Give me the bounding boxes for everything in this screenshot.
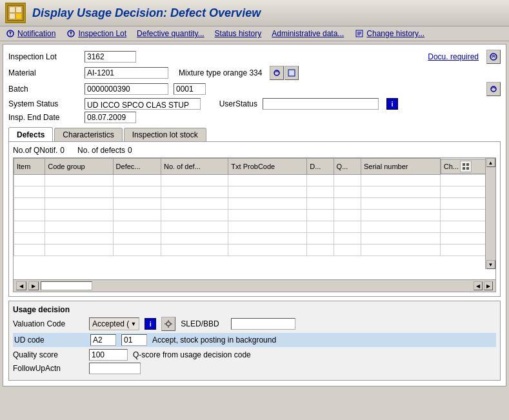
inspection-lot-row: Inspection Lot Docu. required — [8, 50, 501, 64]
system-status-row: System Status UD ICCO SPCO CLAS STUP Use… — [8, 98, 501, 110]
table-row — [14, 186, 495, 197]
quality-score-desc: Q-score from usage decision code — [133, 350, 251, 359]
quality-score-label: Quality score — [13, 350, 84, 359]
change-history-label: Change history... — [366, 29, 424, 38]
admin-data-label: Administrative data... — [272, 29, 344, 38]
material-input[interactable] — [85, 67, 168, 79]
material-desc: Mixture type orange 334 — [179, 68, 262, 77]
ud-code-row: UD code Accept, stock posting in backgro… — [13, 333, 496, 347]
usage-decision-section: Usage decision Valuation Code Accepted (… — [8, 301, 501, 381]
valuation-code-label: Valuation Code — [13, 319, 84, 328]
material-label: Material — [8, 68, 79, 77]
no-qnotif-value: 0 — [60, 146, 65, 155]
batch-input[interactable] — [85, 83, 168, 95]
tab-characteristics[interactable]: Characteristics — [54, 128, 122, 141]
change-history-icon — [354, 28, 364, 39]
dropdown-arrow-icon: ▼ — [130, 321, 136, 327]
no-qnotif-label: No.of QNotif. — [13, 146, 57, 155]
valuation-info-icon[interactable]: i — [145, 318, 156, 330]
valuation-code-select[interactable]: Accepted ( ▼ — [89, 317, 139, 330]
follow-up-actn-input[interactable] — [89, 363, 141, 374]
tab-content-defects: No.of QNotif. 0 No. of defects 0 Item Co… — [8, 141, 501, 297]
svg-rect-23 — [466, 167, 469, 170]
menu-notification[interactable]: Notification — [5, 28, 55, 39]
no-defects-item: No. of defects 0 — [77, 146, 132, 155]
h-scroll-left-btn[interactable]: ◀ — [474, 281, 483, 290]
menu-change-history[interactable]: Change history... — [354, 28, 424, 39]
insp-end-date-row: Insp. End Date — [8, 112, 501, 123]
system-status-value: UD ICCO SPCO CLAS STUP — [85, 98, 201, 110]
h-scroll-right-btn[interactable]: ▶ — [484, 281, 493, 290]
svg-point-7 — [10, 35, 11, 36]
main-content: Inspection Lot Docu. required Material M… — [3, 44, 506, 386]
grid-settings-icon[interactable] — [460, 161, 472, 172]
info-icon[interactable]: i — [386, 98, 398, 110]
inspection-lot-input[interactable] — [85, 51, 136, 63]
user-status-input[interactable] — [263, 98, 379, 110]
user-status-label: UserStatus — [206, 99, 257, 108]
table-container: Item Code group Defec... No. of def... T… — [13, 157, 496, 292]
ud-code-input[interactable] — [90, 334, 116, 346]
table-row — [14, 197, 495, 209]
scroll-down-btn[interactable]: ▼ — [486, 260, 495, 269]
svg-rect-21 — [466, 163, 469, 166]
icon-btn-top[interactable] — [486, 50, 501, 64]
batch-label: Batch — [8, 85, 79, 94]
ud-code-sub-input[interactable] — [121, 334, 147, 346]
batch-sub-input[interactable] — [174, 83, 206, 95]
defective-qty-label: Defective quantity... — [137, 29, 205, 38]
tab-defects[interactable]: Defects — [8, 127, 53, 141]
valuation-code-value: Accepted ( — [92, 319, 129, 328]
insp-end-date-input[interactable] — [85, 112, 136, 123]
ud-code-desc: Accept, stock posting in background — [152, 335, 276, 345]
valuation-settings-btn[interactable] — [161, 317, 175, 331]
svg-rect-1 — [10, 7, 15, 12]
follow-up-actn-label: FollowUpActn — [13, 364, 84, 373]
col-d: D... — [307, 159, 334, 175]
quality-score-row: Quality score Q-score from usage decisio… — [13, 349, 496, 361]
col-code-group: Code group — [45, 159, 113, 175]
icon-cluster-right — [486, 50, 501, 64]
table-row — [14, 221, 495, 232]
svg-rect-20 — [463, 163, 465, 166]
svg-point-24 — [166, 322, 170, 326]
table-row — [14, 209, 495, 221]
nav-right-btn[interactable]: ▶ — [28, 281, 39, 290]
menu-inspection-lot[interactable]: Inspection Lot — [66, 28, 126, 39]
svg-rect-22 — [463, 167, 465, 170]
nav-left-btn[interactable]: ◀ — [16, 281, 26, 290]
col-item: Item — [14, 159, 45, 175]
menu-status-history[interactable]: Status history — [215, 29, 262, 38]
inspection-lot-icon — [66, 28, 76, 39]
quality-score-input[interactable] — [89, 349, 128, 361]
col-no-def: No. of def... — [161, 159, 228, 175]
inspection-lot-label: Inspection Lot — [78, 29, 126, 38]
material-icon-btn1[interactable] — [270, 66, 284, 80]
menu-defective-qty[interactable]: Defective quantity... — [137, 29, 205, 38]
no-qnotif-item: No.of QNotif. 0 — [13, 146, 65, 155]
nav-position-bar — [41, 281, 92, 290]
sled-bbd-input[interactable] — [231, 318, 295, 330]
no-defects-label: No. of defects — [77, 146, 125, 155]
menu-bar: Notification Inspection Lot Defective qu… — [0, 26, 509, 41]
material-icon-btn2[interactable] — [284, 66, 299, 80]
col-q: Q... — [334, 159, 361, 175]
notification-icon — [5, 28, 15, 39]
form-section: Inspection Lot Docu. required Material M… — [8, 50, 501, 123]
batch-row: Batch — [8, 82, 501, 96]
scroll-up-btn[interactable]: ▲ — [486, 158, 495, 167]
defects-table: Item Code group Defec... No. of def... T… — [14, 158, 495, 256]
tab-inspection-lot-stock[interactable]: Inspection lot stock — [124, 128, 206, 141]
no-defects-value: 0 — [128, 146, 132, 155]
batch-icon-btn[interactable] — [486, 82, 501, 96]
material-row: Material Mixture type orange 334 — [8, 66, 501, 80]
status-history-label: Status history — [215, 29, 262, 38]
menu-admin-data[interactable]: Administrative data... — [272, 29, 344, 38]
table-row — [14, 232, 495, 244]
docu-required-link[interactable]: Docu. required — [428, 52, 479, 61]
col-txt-prob: Txt ProbCode — [228, 159, 307, 175]
notification-label: Notification — [17, 29, 55, 38]
ud-code-label: UD code — [14, 335, 85, 345]
system-status-label: System Status — [8, 99, 79, 108]
svg-rect-2 — [16, 7, 21, 12]
